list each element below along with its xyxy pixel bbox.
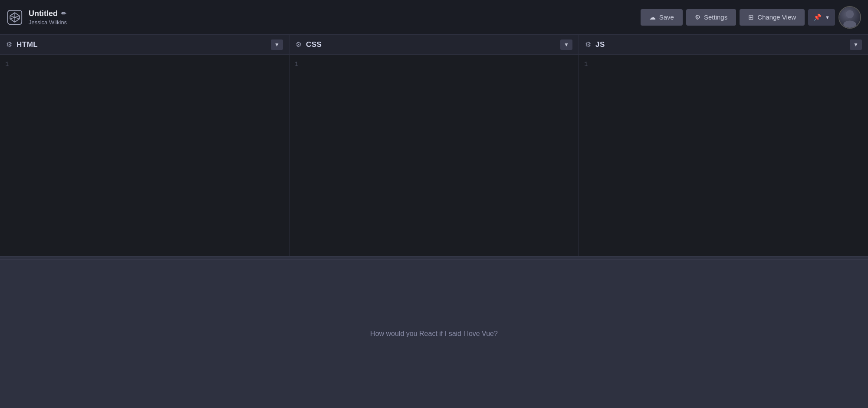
settings-label: Settings	[704, 13, 727, 21]
header-right: ☁ Save ⚙ Settings ⊞ Change View 📌 ▼	[641, 6, 861, 29]
js-gear-icon[interactable]: ⚙	[585, 40, 591, 49]
change-view-icon: ⊞	[748, 13, 754, 21]
css-editor-label: CSS	[306, 40, 322, 49]
css-dropdown-button[interactable]: ▼	[560, 39, 572, 50]
title-block: Untitled ✏ Jessica Wilkins	[29, 9, 67, 26]
html-dropdown-button[interactable]: ▼	[271, 39, 283, 50]
save-cloud-icon: ☁	[649, 13, 656, 21]
pin-icon: 📌	[813, 13, 822, 21]
svg-line-4	[10, 17, 15, 19]
user-avatar[interactable]	[838, 6, 861, 29]
css-editor-body[interactable]: 1	[289, 55, 579, 256]
js-line-1: 1	[584, 61, 588, 68]
avatar-image	[839, 7, 860, 28]
pin-button[interactable]: 📌 ▼	[808, 9, 835, 26]
resize-divider[interactable]	[0, 256, 868, 260]
username-label: Jessica Wilkins	[29, 19, 67, 26]
html-editor-header-left: ⚙ HTML	[6, 40, 38, 49]
html-gear-icon[interactable]: ⚙	[6, 40, 12, 49]
save-button[interactable]: ☁ Save	[641, 9, 683, 26]
svg-line-5	[15, 17, 20, 19]
codepen-logo-icon	[7, 10, 23, 25]
html-editor-body[interactable]: 1	[0, 55, 289, 256]
project-title-text: Untitled	[29, 9, 58, 18]
js-editor-panel: ⚙ JS ▼ 1	[579, 35, 868, 256]
header-left: Untitled ✏ Jessica Wilkins	[7, 9, 67, 26]
edit-icon[interactable]: ✏	[61, 10, 66, 17]
css-editor-header: ⚙ CSS ▼	[289, 35, 579, 55]
html-editor-header: ⚙ HTML ▼	[0, 35, 289, 55]
js-editor-header-left: ⚙ JS	[585, 40, 605, 49]
preview-area: How would you React if I said I love Vue…	[0, 260, 868, 408]
html-editor-panel: ⚙ HTML ▼ 1	[0, 35, 289, 256]
settings-button[interactable]: ⚙ Settings	[686, 9, 736, 26]
js-editor-header: ⚙ JS ▼	[579, 35, 868, 55]
change-view-button[interactable]: ⊞ Change View	[740, 9, 805, 26]
app-header: Untitled ✏ Jessica Wilkins ☁ Save ⚙ Sett…	[0, 0, 868, 35]
svg-line-2	[10, 16, 15, 17]
css-gear-icon[interactable]: ⚙	[296, 40, 302, 49]
project-title: Untitled ✏	[29, 9, 67, 18]
js-editor-label: JS	[595, 40, 605, 49]
css-editor-panel: ⚙ CSS ▼ 1	[289, 35, 579, 256]
css-editor-header-left: ⚙ CSS	[296, 40, 322, 49]
svg-point-9	[843, 20, 856, 28]
svg-point-8	[846, 10, 854, 18]
js-editor-body[interactable]: 1	[579, 55, 868, 256]
preview-message: How would you React if I said I love Vue…	[370, 330, 498, 338]
settings-gear-icon: ⚙	[695, 13, 700, 21]
html-editor-label: HTML	[16, 40, 38, 49]
css-line-1: 1	[295, 61, 298, 68]
editors-area: ⚙ HTML ▼ 1 ⚙ CSS ▼ 1 ⚙ JS ▼	[0, 35, 868, 256]
pin-chevron: ▼	[825, 15, 830, 20]
save-label: Save	[659, 13, 674, 21]
js-dropdown-button[interactable]: ▼	[850, 39, 862, 50]
html-line-1: 1	[5, 61, 9, 68]
svg-line-3	[15, 16, 20, 17]
change-view-label: Change View	[757, 13, 796, 21]
